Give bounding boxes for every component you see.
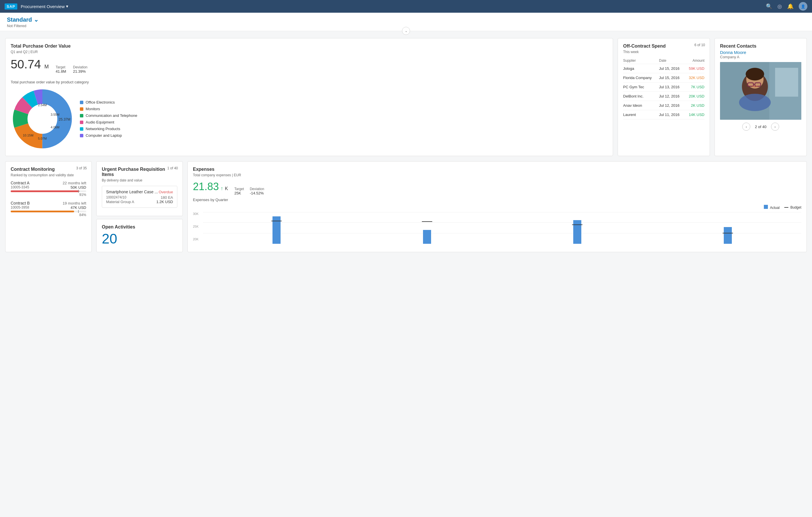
bar-chart-container: 30K 25K 20K <box>193 212 801 244</box>
pr-item-name: Smartphone Leather Case ... <box>106 190 158 194</box>
legend-dot-audio <box>80 120 83 124</box>
legend-audio: Audio Equipment <box>80 120 137 124</box>
legend-actual-icon <box>764 205 768 209</box>
bar-chart-bars <box>203 212 801 244</box>
legend-dot-monitors <box>80 107 83 111</box>
legend-actual-label: Actual <box>770 206 779 210</box>
recent-contacts-title: Recent Contacts <box>720 44 801 49</box>
pr-quantity: 180 EA <box>161 195 173 200</box>
expenses-card: Expenses Total company expenses | EUR 21… <box>187 161 807 252</box>
svg-text:2.54M: 2.54M <box>38 103 47 107</box>
spend-table-row: Anav Ideon Jul 12, 2016 2K USD <box>623 101 704 110</box>
bar-chart-legend: Actual Budget <box>193 205 801 210</box>
svg-text:5.07M: 5.07M <box>38 137 47 140</box>
bar-q2 <box>353 230 500 244</box>
off-contract-subtitle: This week <box>623 50 704 54</box>
nav-title-text: Procurement Overview <box>21 4 65 9</box>
total-po-meta: Target 41.8M Deviation 21.39% <box>56 65 87 74</box>
user-avatar[interactable]: 👤 <box>799 2 807 11</box>
expenses-target-value: 25K <box>234 191 244 195</box>
col-date: Date <box>659 57 685 64</box>
deviation-value: 21.39% <box>73 69 87 74</box>
total-po-subtitle: Q1 and Q2 | EUR <box>11 50 608 54</box>
sap-logo: SAP <box>5 3 17 9</box>
expenses-deviation-value: -14.52% <box>250 191 264 195</box>
legend-actual: Actual <box>764 205 780 210</box>
contract-b-fill <box>11 211 74 212</box>
svg-text:25.37M: 25.37M <box>59 117 70 121</box>
top-navigation: SAP Procurement Overview ▾ 🔍 ◎ 🔔 👤 <box>0 0 812 13</box>
spend-table-row: Laurent Jul 11, 2016 14K USD <box>623 110 704 119</box>
search-icon[interactable]: 🔍 <box>766 3 772 9</box>
legend-networking: Networking Products <box>80 127 137 131</box>
contract-b-months: 19 months left <box>63 201 86 206</box>
collapse-button[interactable]: ⌄ <box>402 27 410 35</box>
svg-point-21 <box>746 68 764 81</box>
spend-table-body: Jologa Jul 15, 2016 59K USD Florida Comp… <box>623 64 704 119</box>
legend-communication: Communication and Telephone <box>80 113 137 118</box>
svg-text:4.06M: 4.06M <box>51 126 60 129</box>
legend-dot-computer <box>80 134 83 137</box>
spend-supplier: DelBont Inc. <box>623 92 659 101</box>
main-content: Total Purchase Order Value Q1 and Q2 | E… <box>0 31 812 161</box>
spend-amount: 2K USD <box>685 101 704 110</box>
expenses-title: Expenses <box>193 167 801 172</box>
off-contract-card: 6 of 10 Off-Contract Spend This week Sup… <box>618 38 710 156</box>
settings-icon[interactable]: ◎ <box>777 3 782 9</box>
contract-monitoring-card: 3 of 35 Contract Monitoring Ranked by co… <box>5 161 92 252</box>
contract-a-months: 22 months left <box>63 181 86 185</box>
spend-supplier: Anav Ideon <box>623 101 659 110</box>
legend-budget-label: Budget <box>790 206 801 210</box>
target-meta: Target 41.8M <box>56 65 66 74</box>
contract-a-progress-bar <box>11 190 86 192</box>
spend-amount: 20K USD <box>685 92 704 101</box>
page-title[interactable]: Procurement Overview ▾ <box>21 4 69 9</box>
deviation-label: Deviation <box>73 65 87 69</box>
legend-dot-office <box>80 101 83 104</box>
legend-dot-networking <box>80 127 83 131</box>
open-activities-card: Open Activities 20 <box>96 219 183 252</box>
contract-b-name: Contract B <box>11 201 30 206</box>
urgent-pr-column: 1 of 40 Urgent Purchase Requisition Item… <box>96 161 183 252</box>
bar-q1-budget <box>271 221 282 221</box>
spend-date: Jul 11, 2016 <box>659 110 685 119</box>
contract-badge: 3 of 35 <box>76 166 87 170</box>
nav-title-chevron: ▾ <box>66 4 68 9</box>
spend-amount: 14K USD <box>685 110 704 119</box>
svg-text:3.55M: 3.55M <box>51 113 60 116</box>
view-selector[interactable]: Standard ⌄ <box>7 16 805 23</box>
pr-material: Material Group A <box>106 200 134 204</box>
total-po-title: Total Purchase Order Value <box>11 44 608 49</box>
contact-count: 2 of 40 <box>755 125 766 129</box>
pr-item-1: Smartphone Leather Case ... Overdue 1000… <box>102 186 177 208</box>
spend-date: Jul 13, 2016 <box>659 83 685 92</box>
off-contract-badge: 6 of 10 <box>694 43 705 47</box>
contact-prev-button[interactable]: ‹ <box>742 123 750 131</box>
view-chevron-icon: ⌄ <box>34 16 39 23</box>
open-activities-title: Open Activities <box>102 224 177 230</box>
legend-budget-icon <box>784 207 788 208</box>
bell-icon[interactable]: 🔔 <box>787 3 793 9</box>
y-label-20k: 20K <box>193 238 202 241</box>
contract-a-name: Contract A <box>11 181 29 185</box>
donut-svg: 2.54M 3.55M 4.06M 5.07M 10.15M 25.37M <box>11 87 74 151</box>
contract-a-target-line <box>78 190 79 193</box>
spend-date: Jul 12, 2016 <box>659 101 685 110</box>
spend-amount: 32K USD <box>685 73 704 83</box>
contact-company: Company A <box>720 55 801 59</box>
urgent-pr-title: Urgent Purchase Requisition Items <box>102 167 177 177</box>
spend-table-row: PC Gym Tec Jul 13, 2016 7K USD <box>623 83 704 92</box>
contact-name[interactable]: Donna Moore <box>720 50 801 55</box>
y-label-25k: 25K <box>193 225 202 228</box>
subheader: Standard ⌄ Not Filtered ⌄ <box>0 13 812 31</box>
contract-b-target-line <box>78 210 79 213</box>
legend-dot-communication <box>80 114 83 117</box>
expenses-subtitle: Total company expenses | EUR <box>193 173 801 177</box>
contact-navigation: ‹ 2 of 40 › <box>720 123 801 131</box>
contract-a-fill <box>11 190 79 192</box>
total-po-value: 50.74 <box>11 57 41 71</box>
contact-next-button[interactable]: › <box>771 123 779 131</box>
contract-title: Contract Monitoring <box>11 167 86 172</box>
spend-table-row: Florida Company Jul 15, 2016 32K USD <box>623 73 704 83</box>
spend-supplier: PC Gym Tec <box>623 83 659 92</box>
